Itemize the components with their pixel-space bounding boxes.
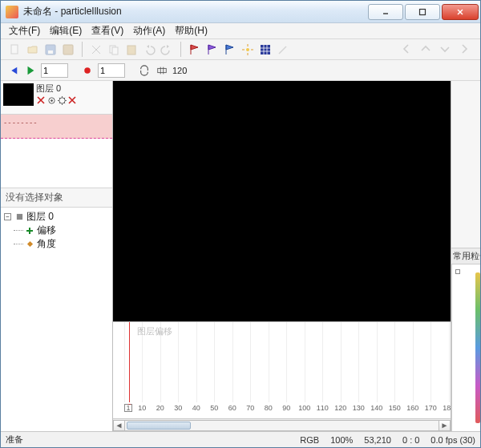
current-frame-input[interactable] bbox=[41, 63, 68, 78]
svg-point-16 bbox=[51, 99, 53, 102]
window-title: 未命名 - particleIllusion bbox=[23, 5, 366, 18]
nav-down-icon[interactable] bbox=[437, 41, 453, 57]
copy-icon[interactable] bbox=[106, 42, 122, 58]
menu-help[interactable]: 帮助(H) bbox=[170, 23, 212, 38]
maximize-button[interactable] bbox=[405, 4, 440, 20]
tree-offset[interactable]: 偏移 bbox=[4, 224, 109, 237]
main-toolbar bbox=[1, 39, 480, 60]
center-panel: 图层偏移 11020304050607080901001101201301401… bbox=[113, 81, 451, 431]
nav-right-icon[interactable] bbox=[456, 41, 472, 57]
diamond-icon bbox=[25, 240, 34, 249]
status-ratio: 0 : 0 bbox=[402, 435, 419, 445]
svg-rect-12 bbox=[261, 45, 270, 54]
menu-edit[interactable]: 编辑(E) bbox=[45, 23, 87, 38]
status-fps: 0.0 fps (30) bbox=[430, 435, 475, 445]
properties-tree: − 图层 0 偏移 角度 bbox=[1, 208, 112, 431]
new-icon[interactable] bbox=[7, 42, 23, 58]
nav-left-icon[interactable] bbox=[398, 41, 414, 57]
layer-meta: 图层 0 bbox=[36, 83, 111, 112]
svg-rect-1 bbox=[420, 9, 426, 14]
layer-lock-x-icon[interactable] bbox=[67, 95, 77, 105]
tree-root[interactable]: − 图层 0 bbox=[4, 210, 109, 224]
save-as-icon[interactable] bbox=[60, 42, 76, 58]
status-coords: 53,210 bbox=[364, 435, 391, 445]
library-upper-gap bbox=[451, 81, 480, 248]
layer-row[interactable]: 图层 0 bbox=[1, 81, 112, 115]
plus-green-icon bbox=[25, 226, 34, 236]
library-swatch-strip bbox=[475, 272, 480, 423]
svg-rect-10 bbox=[127, 46, 135, 54]
layer-empty-area bbox=[1, 139, 112, 188]
status-zoom: 100% bbox=[330, 435, 353, 445]
menu-view[interactable]: 查看(V) bbox=[87, 23, 128, 38]
svg-rect-7 bbox=[63, 45, 73, 54]
grid-icon[interactable] bbox=[257, 42, 273, 58]
record-icon[interactable] bbox=[80, 63, 95, 78]
flag-purple-icon[interactable] bbox=[204, 42, 220, 58]
properties-header: 没有选择对象 bbox=[1, 188, 112, 208]
menu-action[interactable]: 动作(A) bbox=[128, 23, 170, 38]
layer-name: 图层 0 bbox=[36, 83, 111, 95]
selection-strip: -------- bbox=[1, 115, 112, 139]
window-controls bbox=[366, 4, 479, 20]
scroll-track[interactable] bbox=[125, 420, 439, 431]
loop-icon[interactable] bbox=[137, 63, 152, 78]
workspace: 图层 0 -------- 没有选择对象 − 图层 0 bbox=[1, 81, 480, 431]
redo-icon[interactable] bbox=[159, 42, 175, 58]
horizontal-scrollbar[interactable]: ◄ ► bbox=[113, 418, 451, 431]
layer-square-icon bbox=[14, 212, 24, 222]
nav-up-icon[interactable] bbox=[418, 41, 434, 57]
scroll-left-icon[interactable]: ◄ bbox=[113, 420, 125, 431]
open-icon[interactable] bbox=[25, 42, 41, 58]
svg-rect-14 bbox=[158, 68, 167, 72]
timeline-ruler-start: 1 bbox=[124, 404, 132, 412]
layer-thumbnail bbox=[3, 83, 34, 106]
scroll-right-icon[interactable]: ► bbox=[439, 420, 451, 431]
paste-icon[interactable] bbox=[123, 42, 139, 58]
playback-toolbar: 120 bbox=[1, 60, 480, 81]
menu-file[interactable]: 文件(F) bbox=[4, 23, 45, 38]
tree-collapse-icon[interactable]: − bbox=[4, 213, 11, 220]
end-frame-label: 120 bbox=[172, 66, 187, 75]
minimize-button[interactable] bbox=[368, 4, 403, 20]
layer-gear-icon[interactable] bbox=[57, 95, 67, 105]
timeline-playhead[interactable] bbox=[129, 322, 130, 402]
close-button[interactable] bbox=[442, 4, 479, 20]
app-icon bbox=[6, 6, 18, 18]
tree-offset-label: 偏移 bbox=[37, 224, 56, 237]
svg-point-11 bbox=[246, 48, 249, 51]
rewind-icon[interactable] bbox=[6, 63, 20, 78]
layer-visible-icon[interactable] bbox=[46, 95, 56, 105]
library-collapse-icon[interactable] bbox=[455, 269, 460, 274]
timeline-track-label: 图层偏移 bbox=[137, 325, 172, 337]
flag-red-icon[interactable] bbox=[187, 42, 203, 58]
flag-blue-icon[interactable] bbox=[222, 42, 238, 58]
save-icon[interactable] bbox=[42, 42, 59, 58]
sparkle-icon[interactable] bbox=[240, 42, 256, 58]
status-ready: 准备 bbox=[6, 434, 23, 446]
timeline-ruler[interactable]: 1102030405060708090100110120130140150160… bbox=[124, 404, 451, 415]
tree-angle[interactable]: 角度 bbox=[4, 237, 109, 251]
statusbar: 准备 RGB 100% 53,210 0 : 0 0.0 fps (30) bbox=[1, 431, 480, 447]
wand-icon[interactable] bbox=[275, 42, 291, 58]
timeline-grid bbox=[124, 322, 451, 402]
svg-rect-18 bbox=[16, 214, 22, 220]
cut-icon[interactable] bbox=[88, 42, 104, 58]
svg-rect-9 bbox=[112, 47, 118, 54]
timeline-panel[interactable]: 图层偏移 11020304050607080901001101201301401… bbox=[113, 322, 451, 418]
left-panel: 图层 0 -------- 没有选择对象 − 图层 0 bbox=[1, 81, 113, 431]
stage-viewport[interactable] bbox=[113, 81, 451, 322]
layer-delete-x-icon[interactable] bbox=[36, 95, 46, 105]
svg-rect-4 bbox=[11, 45, 18, 54]
library-body[interactable] bbox=[451, 264, 480, 431]
menubar: 文件(F) 编辑(E) 查看(V) 动作(A) 帮助(H) bbox=[1, 23, 480, 39]
scroll-thumb[interactable] bbox=[127, 422, 191, 430]
undo-icon[interactable] bbox=[141, 42, 157, 58]
tree-angle-label: 角度 bbox=[37, 237, 56, 251]
library-title: 常用粒子 bbox=[451, 248, 480, 264]
play-icon[interactable] bbox=[23, 63, 38, 78]
record-frame-input[interactable] bbox=[98, 63, 125, 78]
range-icon[interactable] bbox=[155, 63, 169, 78]
status-colormode: RGB bbox=[300, 435, 319, 445]
library-panel: 常用粒子 bbox=[451, 81, 480, 431]
